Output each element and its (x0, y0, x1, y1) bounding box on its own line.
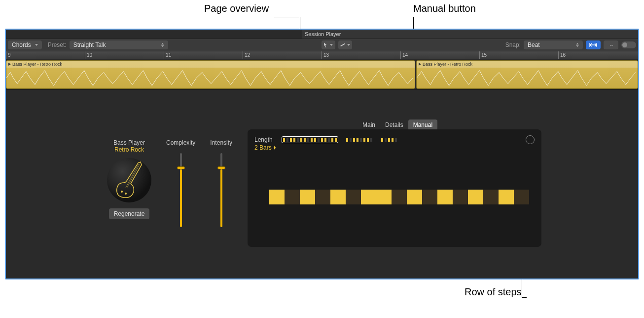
tab-main[interactable]: Main (358, 119, 380, 130)
toolbar: Chords Preset: Straight Talk Snap: Beat … (6, 39, 638, 51)
svg-line-1 (127, 164, 140, 188)
svg-point-3 (125, 193, 127, 195)
intensity-slider-group: Intensity (210, 139, 232, 227)
chords-menu[interactable]: Chords (8, 40, 42, 49)
complexity-slider[interactable] (180, 153, 182, 227)
editor-area: Main Details Manual Bass Player Retro Ro… (6, 90, 638, 279)
ruler-tick: 9 (6, 51, 11, 59)
overview-dot (328, 138, 330, 142)
length-select[interactable]: 2 Bars ▴▾ (254, 144, 276, 151)
overview-dot (293, 138, 295, 142)
callout-row-of-steps: Row of steps (465, 286, 522, 298)
zoom-h-icon: ↔ (609, 42, 613, 48)
zoom-horizontal-button[interactable]: ↔ (604, 40, 618, 49)
audio-region[interactable]: Bass Player - Retro Rock (6, 60, 415, 89)
overview-dot (360, 138, 362, 142)
waveform (6, 68, 415, 88)
overview-dot (304, 138, 306, 142)
step-cell[interactable] (361, 190, 376, 204)
overview-dot (321, 138, 323, 142)
overview-dot (357, 138, 358, 142)
callout-manual-button: Manual button (413, 3, 476, 14)
step-cell[interactable] (499, 190, 514, 204)
updown-icon (573, 41, 579, 48)
overview-dot (388, 138, 390, 142)
page-overview (282, 136, 398, 143)
step-cell[interactable] (468, 190, 483, 204)
ellipsis-icon: ⋯ (528, 137, 533, 143)
overview-dot (350, 138, 352, 142)
complexity-label: Complexity (166, 139, 195, 146)
step-cell[interactable] (392, 190, 407, 204)
step-cell[interactable] (300, 190, 315, 204)
step-cell[interactable] (483, 190, 499, 204)
callout-page-overview: Page overview (204, 3, 269, 14)
callout-line (274, 17, 300, 17)
player-title: Bass Player (100, 139, 159, 146)
snap-value: Beat (528, 41, 540, 48)
step-cell[interactable] (422, 190, 437, 204)
step-cell[interactable] (376, 190, 392, 204)
overview-page[interactable] (345, 137, 373, 143)
tab-bar: Main Details Manual (358, 119, 437, 130)
step-cell[interactable] (330, 190, 346, 204)
step-row (269, 190, 529, 204)
snap-select[interactable]: Beat (524, 40, 583, 49)
region-header: Bass Player - Retro Rock (6, 61, 415, 68)
snap-label: Snap: (505, 41, 521, 48)
zoom-fit-icon (589, 42, 597, 47)
tab-details[interactable]: Details (380, 119, 408, 130)
time-ruler[interactable]: 9 10 11 12 13 14 15 16 (6, 51, 638, 59)
overview-dot (311, 138, 313, 142)
step-cell[interactable] (407, 190, 422, 204)
overview-dot (370, 138, 372, 142)
ruler-tick: 16 (558, 51, 566, 59)
overview-dot (363, 138, 365, 142)
updown-icon: ▴▾ (274, 146, 276, 150)
overview-dot (300, 138, 302, 142)
svg-point-2 (121, 191, 123, 193)
overview-page[interactable] (282, 136, 338, 143)
step-cell[interactable] (453, 190, 468, 204)
ruler-tick: 10 (85, 51, 92, 59)
step-cell[interactable] (315, 190, 330, 204)
overview-dot (331, 138, 333, 142)
zoom-fit-button[interactable] (586, 40, 601, 49)
intensity-slider[interactable] (220, 153, 222, 227)
pencil-icon (340, 43, 345, 47)
track-lane[interactable]: Bass Player - Retro Rock Bass Player - R… (6, 59, 638, 90)
overview-dot (392, 138, 394, 142)
regenerate-button[interactable]: Regenerate (109, 208, 150, 219)
pencil-tool[interactable] (338, 40, 352, 49)
overview-dot (297, 138, 299, 142)
bass-guitar-icon (111, 161, 147, 200)
manual-panel: ⋯ Length 2 Bars ▴▾ (248, 129, 541, 247)
player-avatar[interactable] (107, 158, 151, 202)
panel-title: Session Player (302, 30, 638, 39)
ruler-tick: 14 (400, 51, 408, 59)
overview-dot (318, 138, 320, 142)
step-cell[interactable] (269, 190, 285, 204)
complexity-slider-group: Complexity (166, 139, 195, 227)
updown-icon (158, 41, 164, 48)
overview-dot (314, 138, 316, 142)
step-cell[interactable] (346, 190, 361, 204)
audio-region[interactable]: Bass Player - Retro Rock (416, 60, 638, 89)
step-cell[interactable] (437, 190, 453, 204)
length-label: Length (254, 136, 276, 143)
overview-dot (353, 138, 355, 142)
ruler-tick: 12 (243, 51, 250, 59)
overview-page[interactable] (380, 137, 398, 143)
preset-select[interactable]: Straight Talk (70, 40, 168, 49)
step-cell[interactable] (514, 190, 529, 204)
ruler-tick: 11 (164, 51, 171, 59)
step-cell[interactable] (285, 190, 300, 204)
intensity-label: Intensity (210, 139, 232, 146)
overview-dot (367, 138, 369, 142)
ruler-tick: 15 (479, 51, 487, 59)
auto-zoom-toggle[interactable] (621, 41, 636, 48)
tab-manual[interactable]: Manual (408, 119, 437, 130)
overview-dot (381, 138, 383, 142)
pointer-tool[interactable] (322, 40, 335, 49)
more-button[interactable]: ⋯ (526, 135, 535, 144)
